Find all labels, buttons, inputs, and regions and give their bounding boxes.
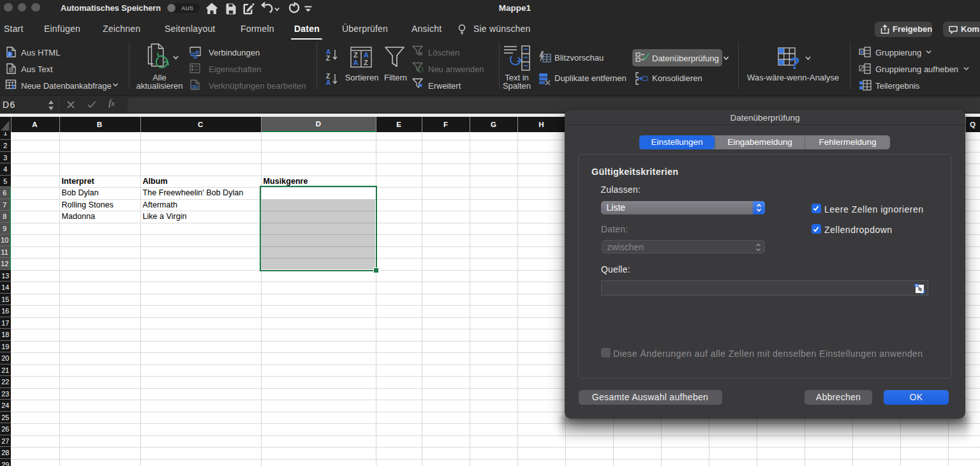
svg-text:?: ? [790, 54, 800, 71]
svg-text:A: A [353, 59, 359, 66]
svg-text:Z: Z [364, 59, 368, 66]
svg-text:A: A [326, 79, 330, 86]
svg-text:Z: Z [326, 55, 330, 62]
svg-text:Z: Z [353, 51, 358, 59]
svg-text:A: A [364, 51, 369, 59]
